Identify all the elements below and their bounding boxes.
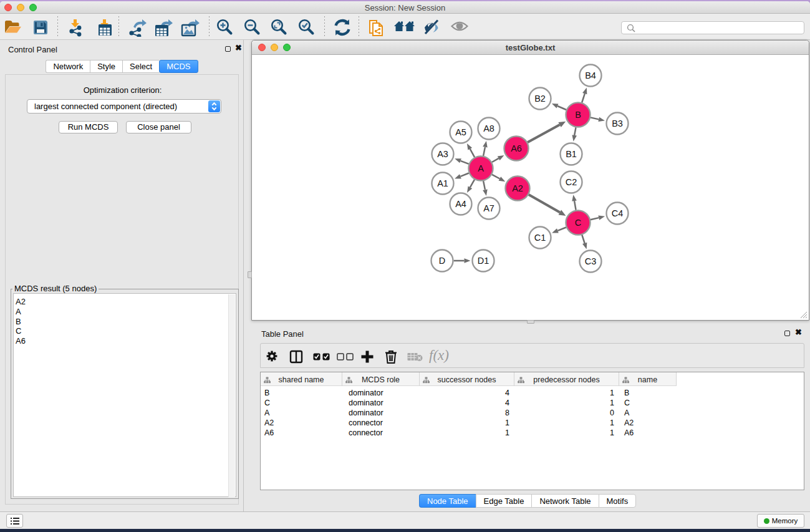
svg-text:B2: B2 bbox=[534, 94, 546, 104]
svg-text:C1: C1 bbox=[534, 233, 546, 243]
svg-text:B: B bbox=[575, 110, 581, 120]
svg-text:B4: B4 bbox=[585, 70, 596, 80]
svg-text:D1: D1 bbox=[478, 256, 489, 266]
svg-text:A3: A3 bbox=[437, 149, 448, 159]
svg-text:D: D bbox=[439, 256, 445, 266]
svg-text:B1: B1 bbox=[566, 149, 577, 159]
svg-text:C4: C4 bbox=[612, 208, 624, 218]
svg-text:C: C bbox=[575, 218, 581, 228]
svg-text:A4: A4 bbox=[455, 199, 466, 209]
svg-text:A: A bbox=[478, 163, 484, 173]
svg-text:A7: A7 bbox=[483, 203, 494, 213]
svg-text:B3: B3 bbox=[612, 118, 623, 128]
svg-text:A1: A1 bbox=[437, 178, 448, 188]
svg-text:A6: A6 bbox=[511, 143, 522, 153]
svg-text:A8: A8 bbox=[483, 123, 494, 133]
svg-text:A5: A5 bbox=[455, 127, 466, 137]
svg-text:C3: C3 bbox=[585, 256, 597, 266]
svg-text:A2: A2 bbox=[512, 183, 523, 193]
svg-text:C2: C2 bbox=[566, 177, 577, 187]
